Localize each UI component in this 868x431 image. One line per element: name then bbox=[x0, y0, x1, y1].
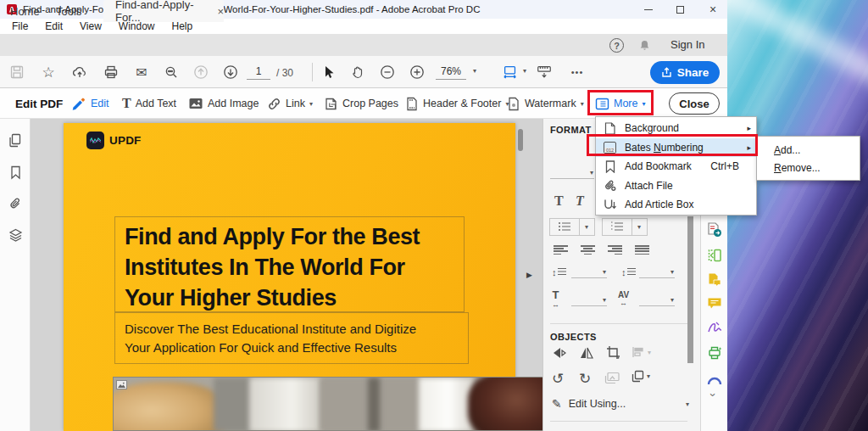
more-button[interactable]: More ▾ bbox=[595, 88, 646, 119]
zoom-in-icon[interactable] bbox=[409, 64, 426, 81]
tab-document-label: Find-and-Apply-For... bbox=[115, 0, 210, 24]
close-window-button[interactable]: × bbox=[700, 0, 726, 19]
tab-home[interactable]: Home bbox=[10, 0, 40, 22]
fit-width-caret-icon[interactable]: ▾ bbox=[523, 67, 526, 75]
expand-panel-icon[interactable]: ▶ bbox=[526, 271, 532, 279]
heading-line: Your Higher Studies bbox=[125, 283, 454, 313]
align-objects-button[interactable]: ▾ bbox=[632, 346, 651, 358]
minimize-button[interactable] bbox=[636, 0, 661, 19]
search-icon[interactable] bbox=[163, 64, 180, 81]
header-footer-button[interactable]: Header & Footer ▾ bbox=[405, 88, 509, 119]
tools-strip-chevron-down-icon[interactable]: › bbox=[707, 393, 720, 396]
horizontal-scale-dropdown[interactable]: ▾ bbox=[571, 293, 607, 306]
print-icon[interactable] bbox=[103, 64, 120, 81]
menu-item-bates-numbering[interactable]: 012 Bates Numbering ▸ bbox=[596, 138, 756, 158]
layers-panel-icon[interactable] bbox=[8, 227, 24, 243]
edit-pdf-title: Edit PDF bbox=[15, 88, 63, 119]
cloud-upload-icon[interactable] bbox=[71, 64, 88, 81]
paragraph-spacing-dropdown[interactable]: ▾ bbox=[639, 265, 675, 278]
submenu-item-add[interactable]: Add... bbox=[757, 141, 860, 159]
tab-tools[interactable]: Tools bbox=[56, 0, 81, 22]
close-tool-button[interactable]: Close bbox=[669, 92, 720, 115]
panel-scrollbar[interactable] bbox=[687, 216, 693, 363]
sign-in-link[interactable]: Sign In bbox=[670, 38, 704, 51]
bullet-list-dropdown[interactable]: ▾ bbox=[549, 218, 595, 236]
tab-document[interactable]: Find-and-Apply-For... × bbox=[103, 0, 224, 22]
character-spacing-dropdown[interactable]: ▾ bbox=[639, 293, 675, 306]
background-submenu-arrow-icon: ▸ bbox=[747, 124, 751, 132]
numbered-list-dropdown[interactable]: ▾ bbox=[602, 218, 648, 236]
export-pdf-icon[interactable] bbox=[707, 222, 722, 238]
align-left-button[interactable] bbox=[554, 245, 568, 255]
menu-item-attach-file[interactable]: Attach File bbox=[596, 176, 756, 196]
link-button[interactable]: Link ▾ bbox=[267, 88, 313, 119]
share-icon bbox=[661, 67, 672, 78]
zoom-caret-icon[interactable]: ▾ bbox=[473, 67, 476, 75]
align-right-button[interactable] bbox=[608, 245, 622, 255]
menu-item-background[interactable]: Background ▸ bbox=[596, 119, 756, 138]
toolbar-overflow-icon[interactable]: ••• bbox=[566, 64, 588, 81]
zoom-out-icon[interactable] bbox=[379, 64, 396, 81]
numbered-list-icon bbox=[603, 220, 632, 235]
ruler-tool-icon[interactable] bbox=[536, 64, 553, 81]
add-image-button[interactable]: Add Image bbox=[188, 88, 259, 119]
maximize-button[interactable] bbox=[667, 0, 693, 19]
watermark-button[interactable]: Watermark ▾ bbox=[507, 88, 584, 119]
align-justify-button[interactable] bbox=[635, 245, 649, 255]
submenu-item-remove[interactable]: Remove... bbox=[757, 159, 860, 176]
star-icon[interactable]: ☆ bbox=[40, 64, 57, 81]
edit-using-button[interactable]: ✎ Edit Using... ▾ bbox=[552, 397, 626, 411]
menu-file[interactable]: File bbox=[3, 20, 36, 32]
crop-object-button[interactable] bbox=[606, 345, 620, 363]
more-tools-arch-icon[interactable] bbox=[707, 373, 722, 389]
previous-page-icon[interactable] bbox=[192, 64, 209, 81]
subtitle-text-frame[interactable]: Discover The Best Educational Institute … bbox=[114, 312, 469, 364]
fit-width-icon[interactable] bbox=[502, 64, 519, 81]
more-list-icon bbox=[595, 98, 609, 110]
align-center-button[interactable] bbox=[581, 245, 595, 255]
page-thumbnails-icon[interactable] bbox=[8, 132, 24, 148]
share-button[interactable]: Share bbox=[650, 61, 720, 84]
next-page-icon[interactable] bbox=[222, 64, 239, 81]
hand-tool-icon[interactable] bbox=[349, 64, 366, 81]
toolbar-separator bbox=[312, 63, 313, 81]
notification-bell-icon[interactable] bbox=[638, 39, 651, 55]
line-spacing-dropdown[interactable]: ▾ bbox=[571, 265, 607, 278]
flip-vertical-button[interactable] bbox=[552, 346, 567, 363]
italic-button[interactable]: T bbox=[576, 193, 584, 209]
rotate-cw-button[interactable]: ↻ bbox=[579, 370, 591, 388]
heading-line: Find and Apply For the Best bbox=[125, 221, 454, 252]
replace-image-button[interactable] bbox=[604, 372, 620, 388]
document-scrollbar[interactable] bbox=[518, 129, 523, 151]
fill-sign-icon[interactable] bbox=[707, 321, 722, 336]
menu-item-add-article-box[interactable]: Add Article Box bbox=[596, 195, 756, 215]
page-number-input[interactable]: 1 bbox=[247, 65, 270, 80]
menu-edit[interactable]: Edit bbox=[36, 20, 71, 32]
comment-icon[interactable] bbox=[707, 297, 722, 312]
heading-text-frame[interactable]: Find and Apply For the Best Institutes I… bbox=[114, 216, 465, 312]
flip-horizontal-button[interactable] bbox=[579, 346, 594, 363]
save-icon[interactable] bbox=[8, 64, 25, 81]
email-icon[interactable]: ✉ bbox=[133, 64, 150, 81]
menu-view[interactable]: View bbox=[71, 20, 110, 32]
create-pdf-icon[interactable] bbox=[707, 272, 722, 288]
crop-pages-button[interactable]: Crop Pages bbox=[324, 88, 398, 119]
zoom-level-value[interactable]: 76% bbox=[436, 65, 466, 80]
print-production-icon[interactable] bbox=[707, 345, 722, 361]
menu-item-add-bookmark[interactable]: Add Bookmark Ctrl+B bbox=[596, 157, 756, 176]
document-photo[interactable] bbox=[113, 377, 545, 431]
select-tool-icon[interactable] bbox=[320, 64, 337, 81]
add-label: Add... bbox=[774, 144, 800, 156]
main-toolbar: ☆ ✉ 1 / 30 76% ▾ bbox=[0, 56, 727, 88]
organize-pages-icon[interactable] bbox=[707, 248, 722, 263]
tab-close-icon[interactable]: × bbox=[217, 5, 224, 18]
bookmarks-panel-icon[interactable] bbox=[8, 165, 24, 181]
arrange-objects-button[interactable]: ▾ bbox=[632, 370, 650, 383]
help-icon[interactable]: ? bbox=[609, 38, 624, 53]
edit-button[interactable]: Edit bbox=[71, 88, 109, 119]
rotate-ccw-button[interactable]: ↺ bbox=[552, 370, 564, 388]
font-family-dropdown[interactable]: ▾ bbox=[550, 165, 594, 179]
attachments-panel-icon[interactable] bbox=[8, 196, 24, 212]
add-text-button[interactable]: T Add Text bbox=[122, 88, 176, 119]
bold-button[interactable]: T bbox=[554, 193, 564, 209]
